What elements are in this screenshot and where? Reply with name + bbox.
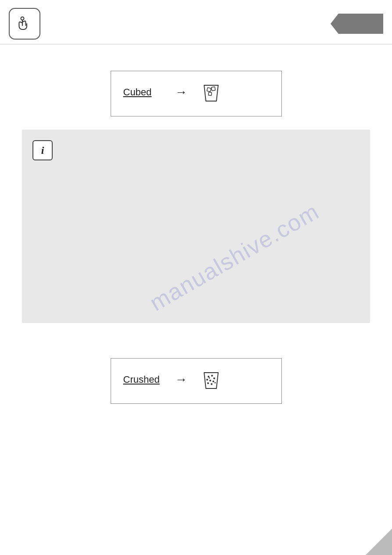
crushed-card: Crushed →	[111, 358, 282, 404]
svg-point-13	[209, 377, 210, 379]
cubed-arrow: →	[175, 85, 187, 99]
crushed-arrow: →	[175, 373, 187, 387]
svg-point-10	[207, 382, 209, 384]
hand-touch-icon	[15, 14, 34, 33]
info-box: i manualshive.com	[22, 130, 370, 323]
watermark: manualshive.com	[145, 198, 323, 316]
svg-rect-1	[207, 87, 211, 92]
info-icon: i	[32, 140, 53, 160]
corner-decoration	[366, 529, 392, 555]
svg-point-9	[212, 381, 214, 382]
svg-point-5	[211, 375, 213, 377]
svg-point-8	[209, 380, 211, 381]
svg-point-0	[21, 17, 24, 20]
back-button[interactable]	[331, 14, 383, 34]
crushed-ice-glass-icon	[200, 368, 223, 391]
svg-point-12	[214, 382, 216, 384]
svg-point-11	[211, 383, 212, 385]
svg-point-4	[208, 376, 209, 377]
header	[0, 0, 392, 44]
cubed-ice-glass-icon	[200, 81, 223, 104]
crushed-section: Crushed →	[0, 358, 392, 404]
svg-point-7	[206, 379, 208, 381]
svg-point-6	[213, 377, 215, 379]
svg-rect-3	[208, 92, 212, 96]
touch-icon	[9, 8, 40, 40]
cubed-label: Cubed	[123, 87, 163, 98]
cubed-section: Cubed →	[0, 71, 392, 116]
cubed-card: Cubed →	[111, 71, 282, 116]
crushed-label: Crushed	[123, 374, 163, 385]
svg-rect-2	[211, 87, 215, 91]
